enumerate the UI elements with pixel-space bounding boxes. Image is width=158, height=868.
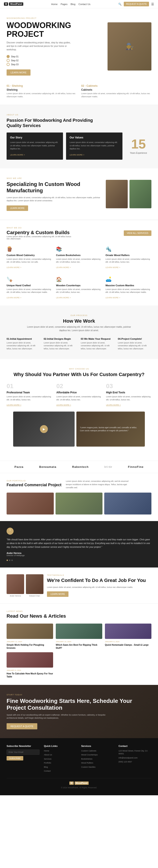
newsletter-submit-button[interactable]: SUBSCRIBE xyxy=(7,756,23,761)
logo-text: WoodPanel xyxy=(9,2,23,6)
brand-rabentech: Rabentech xyxy=(72,465,89,468)
service-handcrafted: 🪚 Unique Hand Crafted Lorem ipsum dolor … xyxy=(7,274,52,301)
footer-link-about[interactable]: About Us xyxy=(44,753,77,756)
step-dot-2 xyxy=(7,59,10,62)
news-article-title-4[interactable]: How To Calculate How Much Epoxy For Your… xyxy=(7,672,53,678)
story-link[interactable]: LEARN MORE > xyxy=(10,154,25,156)
process-desc-4: Lorem ipsum dolor sit amet, consectetur … xyxy=(118,341,151,350)
card-desc-1: Lorem ipsum dolor sit amet, consectetur … xyxy=(7,92,77,98)
news-tag: LATEST NEWS xyxy=(7,610,151,612)
dot-3[interactable] xyxy=(11,560,13,561)
hero-step-2: Step 02 xyxy=(7,59,107,62)
spec-content: WHO WE ARE Specializing In Custom Wood M… xyxy=(7,177,101,211)
testimonial-author: Ander Herrera Director of Webpage xyxy=(7,552,151,557)
cta-desc: Speak with one of our woodworking with a… xyxy=(7,713,116,720)
about-section: ABOUT US Passion For Woodworking And Pro… xyxy=(0,105,158,168)
dot-2[interactable] xyxy=(9,560,10,561)
bookshelves-link[interactable]: LEARN MORE > xyxy=(56,266,71,269)
handcrafted-icon: 🪚 xyxy=(7,277,52,282)
bookshelves-icon: 📚 xyxy=(56,246,102,252)
why-plink-1[interactable]: LEARN MORE > xyxy=(7,404,21,406)
news-article-title-1[interactable]: Simple Work Holding For Ploughing Groove… xyxy=(7,644,53,650)
why-point-1: 01 Professional Team Lorem ipsum dolor s… xyxy=(7,383,52,406)
footer-link-services[interactable]: Services xyxy=(44,757,77,761)
news-card-1: JANUARY 12, 2024 Simple Work Holding For… xyxy=(7,624,53,650)
news-article-title-3[interactable]: Quick Homemade Clamps - Small & Large xyxy=(105,644,151,647)
carpentry-desc: Lorem ipsum dolor sit amet, consectetur … xyxy=(7,236,72,240)
handcrafted-link[interactable]: LEARN MORE > xyxy=(7,297,21,299)
why-plink-2[interactable]: LEARN MORE > xyxy=(56,404,71,406)
footer-service-2[interactable]: Wood Countertops xyxy=(81,753,114,756)
why-header: WHY CHOOSE US Why Should You Partner Wit… xyxy=(7,368,151,377)
handcrafted-title: Unique Hand Crafted xyxy=(7,284,52,287)
countertops-desc: Lorem ipsum dolor sit amet, consectetur … xyxy=(56,288,102,294)
news-image-1 xyxy=(7,624,53,639)
carpentry-header: WHAT WE DO Carpentry & Custom Builds Lor… xyxy=(7,227,151,240)
play-button[interactable]: ▶ xyxy=(40,425,48,433)
cta-tag: START TODAY xyxy=(7,694,151,696)
nav-home[interactable]: Home xyxy=(51,3,57,5)
countertops-link[interactable]: LEARN MORE > xyxy=(56,297,71,299)
footer-link-blog[interactable]: Blog xyxy=(44,766,77,769)
service-cabinetry: 🪵 Custom Wood Cabinetry Lorem ipsum dolo… xyxy=(7,244,52,271)
how-tag: OUR PROCESS xyxy=(7,314,151,316)
hero-cards: 01 - Shelving Shelving Lorem ipsum dolor… xyxy=(0,84,158,105)
card-title-2: Cabinets xyxy=(81,88,151,91)
footer-link-contact[interactable]: Contact xyxy=(44,770,77,773)
news-title: Read Our News & Articles xyxy=(7,613,151,619)
footer-service-5[interactable]: Custom Mantles xyxy=(81,766,114,769)
hero-tag: WOODWORKING PROJECT xyxy=(7,17,107,19)
hero-description: Discover creative woodworking project id… xyxy=(7,41,72,52)
footer-logo: W WoodPanel xyxy=(7,781,151,785)
nav-pages[interactable]: Pages xyxy=(60,3,68,5)
dot-1[interactable] xyxy=(7,560,8,561)
footer-service-3[interactable]: Bookshelves xyxy=(81,757,114,761)
process-step-1: 01-Initial Appointment Lorem ipsum dolor… xyxy=(7,338,40,350)
process-desc-2: Lorem ipsum dolor sit amet, consectetur … xyxy=(44,341,77,350)
quote-button[interactable]: REQUEST A QUOTE xyxy=(124,2,149,6)
hero-step-3: Step 03 xyxy=(7,63,107,66)
featured-header: OUR PORTFOLIO Featured Commercial Projec… xyxy=(7,480,151,489)
footer-link-home[interactable]: Home xyxy=(44,749,77,752)
values-title: Our Values xyxy=(70,136,119,139)
news-article-title-2[interactable]: Which Saws Are Best For Ripping Thick St… xyxy=(56,644,102,650)
view-all-services-button[interactable]: VIEW ALL SERVICES xyxy=(124,230,151,236)
footer-phone[interactable]: (555) 123-4567 xyxy=(119,761,151,764)
why-pdesc-3: Lorem ipsum dolor sit amet, consectetur … xyxy=(106,395,151,401)
footer-service-4[interactable]: Wood Rafters xyxy=(81,762,114,765)
site-logo[interactable]: W WoodPanel xyxy=(4,2,23,6)
service-rafters: 🔩 Ornate Wood Rafters Lorem ipsum dolor … xyxy=(106,244,151,271)
hero-cta-button[interactable]: LEARN MORE xyxy=(7,69,30,75)
spec-button[interactable]: LEARN MORE xyxy=(7,206,28,211)
why-plink-3[interactable]: LEARN MORE > xyxy=(106,404,121,406)
footer-link-portfolio[interactable]: Portfolio xyxy=(44,762,77,765)
confident-button[interactable]: LEARN MORE xyxy=(47,591,69,597)
cabinetry-link[interactable]: LEARN MORE > xyxy=(7,266,21,269)
nav-contact[interactable]: Contact Us xyxy=(79,3,90,5)
values-link[interactable]: LEARN MORE > xyxy=(70,154,84,156)
about-cards: Our Story Lorem ipsum dolor sit amet, co… xyxy=(7,132,151,160)
news-date-1: JANUARY 12, 2024 xyxy=(7,641,53,643)
card-desc-2: Lorem ipsum dolor sit amet, consectetur … xyxy=(81,92,151,98)
mantles-link[interactable]: LEARN MORE > xyxy=(106,297,120,299)
featured-title: Featured Commercial Project xyxy=(7,483,61,487)
hero-content: WOODWORKING PROJECT WOODWORKING PROJECT … xyxy=(7,17,107,75)
specializing-section: WHO WE ARE Specializing In Custom Wood M… xyxy=(0,168,158,219)
menu-icon[interactable]: ☰ xyxy=(151,2,154,6)
confident-content: TESTIMONIALS We're Confident To Do A Gre… xyxy=(47,574,151,597)
quick-links-title: Quick Links xyxy=(44,745,77,747)
footer-service-1[interactable]: Custom Cabinets xyxy=(81,749,114,752)
search-icon[interactable]: 🔍 xyxy=(118,3,122,6)
footer-email[interactable]: info@woodpanel.com xyxy=(119,756,151,760)
service-mantles: 🛋️ Massive Custom Mantles Lorem ipsum do… xyxy=(106,274,151,301)
hero-steps: Step 01 Step 02 Step 03 xyxy=(7,55,107,66)
news-card-3: JANUARY 8, 2024 Quick Homemade Clamps - … xyxy=(105,624,151,650)
rafters-link[interactable]: LEARN MORE > xyxy=(106,266,120,269)
brand-beneamata: Beneamata xyxy=(39,465,56,468)
cta-button[interactable]: REQUEST A QUOTE xyxy=(7,723,37,730)
why-ptitle-2: Affordable Price xyxy=(56,391,102,394)
cabinetry-desc: Lorem ipsum dolor sit amet, consectetur … xyxy=(7,258,52,264)
footer-logo-text: WoodPanel xyxy=(75,781,89,785)
newsletter-email-input[interactable] xyxy=(7,749,40,755)
nav-blog[interactable]: Blog xyxy=(71,3,75,5)
